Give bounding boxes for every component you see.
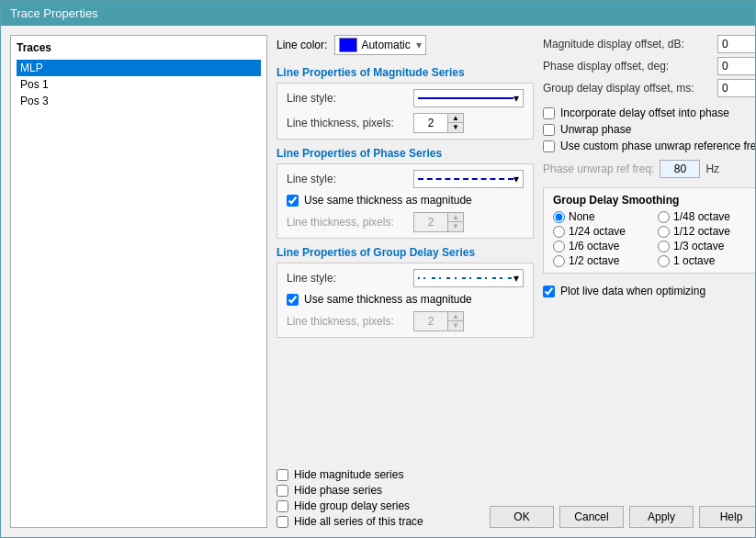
hide-magnitude-label: Hide magnitude series [294,468,403,481]
magnitude-line-style-row: Line style: ▾ [287,89,524,107]
incorporate-delay-row: Incorporate delay offset into phase [543,106,755,119]
plot-live-checkbox[interactable] [543,286,555,297]
smoothing-title: Group Delay Smoothing [553,194,753,207]
magnitude-spin-up[interactable]: ▲ [448,114,463,123]
cancel-button[interactable]: Cancel [559,506,624,528]
ok-button[interactable]: OK [490,506,554,528]
phase-same-thickness-checkbox[interactable] [287,195,299,207]
line-color-dropdown[interactable]: Automatic ▾ [334,35,426,55]
smoothing-1-48: 1/48 octave [658,210,753,223]
magnitude-offset-input[interactable] [717,35,755,53]
magnitude-line-style-dropdown[interactable]: ▾ [413,89,524,107]
hide-phase-label: Hide phase series [294,484,382,497]
smoothing-none-label: None [569,210,595,223]
trace-item-mlp[interactable]: MLP [17,60,261,76]
smoothing-none: None [553,210,649,223]
smoothing-1-24-radio[interactable] [553,226,565,238]
help-button[interactable]: Help [699,506,755,528]
group-delay-line-style-dropdown[interactable]: ▾ [413,269,524,287]
smoothing-none-radio[interactable] [553,211,565,223]
phase-dropdown-arrow: ▾ [513,173,519,185]
magnitude-offset-label: Magnitude display offset, dB: [543,38,712,50]
phase-series-title: Line Properties of Phase Series [276,147,534,160]
trace-list: MLP Pos 1 Pos 3 [17,60,261,109]
smoothing-1-3-radio[interactable] [658,241,670,252]
trace-item-pos1[interactable]: Pos 1 [17,76,261,93]
smoothing-1-3: 1/3 octave [658,240,753,252]
smoothing-1-2: 1/2 octave [553,254,649,267]
group-delay-line-style-row: Line style: ▾ [287,269,524,287]
group-delay-series-title: Line Properties of Group Delay Series [276,246,534,259]
group-delay-dropdown-arrow: ▾ [513,272,519,285]
phase-thickness-row: Line thickness, pixels: ▲ ▼ [287,212,524,232]
magnitude-thickness-value[interactable] [414,114,447,132]
right-panel: Line color: Automatic ▾ Line Properties … [276,35,755,528]
magnitude-spinner-buttons: ▲ ▼ [447,114,463,132]
apply-button[interactable]: Apply [629,506,694,528]
smoothing-1-radio[interactable] [658,255,670,267]
trace-item-pos3[interactable]: Pos 3 [17,93,261,109]
group-delay-spin-down: ▼ [448,321,463,331]
magnitude-series-section: Line Properties of Magnitude Series Line… [276,66,534,140]
phase-unwrap-label: Phase unwrap ref freq: [543,163,654,175]
group-delay-offset-input[interactable] [717,79,755,97]
group-delay-spinner-buttons: ▲ ▼ [447,312,463,331]
hide-phase-checkbox[interactable] [276,485,288,497]
phase-series-box: Line style: ▾ Use same thickness as magn… [276,163,534,239]
color-swatch [339,38,357,52]
dropdown-arrow-icon: ▾ [416,39,422,51]
hide-magnitude-checkbox[interactable] [276,469,288,481]
plot-live-label: Plot live data when optimizing [560,285,705,297]
group-delay-same-thickness-row: Use same thickness as magnitude [287,293,524,306]
custom-phase-checkbox[interactable] [543,140,555,152]
phase-thickness-label: Line thickness, pixels: [287,216,406,229]
group-delay-spin-up: ▲ [448,312,463,321]
group-delay-thickness-spinner: ▲ ▼ [413,311,464,331]
smoothing-1: 1 octave [658,254,753,267]
magnitude-spin-down[interactable]: ▼ [448,123,463,132]
bottom-buttons: OK Cancel Apply Help [490,502,755,528]
phase-same-thickness-label: Use same thickness as magnitude [304,194,472,207]
magnitude-thickness-spinner[interactable]: ▲ ▼ [413,113,464,133]
unwrap-phase-row: Unwrap phase [543,123,755,136]
unwrap-phase-label: Unwrap phase [560,123,631,136]
group-delay-thickness-row: Line thickness, pixels: ▲ ▼ [287,311,524,331]
smoothing-1-24: 1/24 octave [553,225,649,238]
magnitude-offset-row: Magnitude display offset, dB: [543,35,755,53]
phase-spin-down: ▼ [448,222,463,231]
magnitude-thickness-row: Line thickness, pixels: ▲ ▼ [287,113,524,133]
line-color-label: Line color: [276,39,327,51]
smoothing-1-48-radio[interactable] [658,211,670,223]
smoothing-1-6-label: 1/6 octave [569,240,619,252]
phase-line-style-dropdown[interactable]: ▾ [413,170,524,188]
phase-offset-row: Phase display offset, deg: [543,57,755,75]
smoothing-1-2-radio[interactable] [553,255,565,267]
phase-spin-up: ▲ [448,213,463,222]
magnitude-line-style-label: Line style: [287,92,406,105]
smoothing-1-2-label: 1/2 octave [569,254,619,267]
window-title: Trace Properties [10,6,98,20]
smoothing-1-3-label: 1/3 octave [673,240,724,252]
phase-unwrap-input[interactable] [660,160,700,178]
traces-panel: Traces MLP Pos 1 Pos 3 [10,35,267,528]
group-delay-smoothing-box: Group Delay Smoothing None 1/48 octave [543,187,755,274]
hide-group-delay-row: Hide group delay series [276,499,423,512]
solid-line-icon [418,97,513,99]
phase-series-section: Line Properties of Phase Series Line sty… [276,147,534,239]
group-delay-same-thickness-checkbox[interactable] [287,294,299,306]
line-color-row: Line color: Automatic ▾ [276,35,534,55]
group-delay-offset-row: Group delay display offset, ms: [543,79,755,97]
hide-group-delay-checkbox[interactable] [276,500,288,512]
phase-unwrap-row: Phase unwrap ref freq: Hz [543,160,755,178]
unwrap-phase-checkbox[interactable] [543,124,555,136]
smoothing-1-6-radio[interactable] [553,241,565,252]
smoothing-1-24-label: 1/24 octave [569,225,626,238]
left-controls: Line color: Automatic ▾ Line Properties … [276,35,534,463]
smoothing-1-48-label: 1/48 octave [673,210,730,223]
smoothing-options: None 1/48 octave 1/24 octave [553,210,753,267]
phase-offset-input[interactable] [717,57,755,75]
smoothing-1-12-radio[interactable] [658,226,670,238]
hide-all-checkbox[interactable] [276,516,288,528]
dashed-line-icon [418,178,513,180]
incorporate-delay-checkbox[interactable] [543,107,555,119]
